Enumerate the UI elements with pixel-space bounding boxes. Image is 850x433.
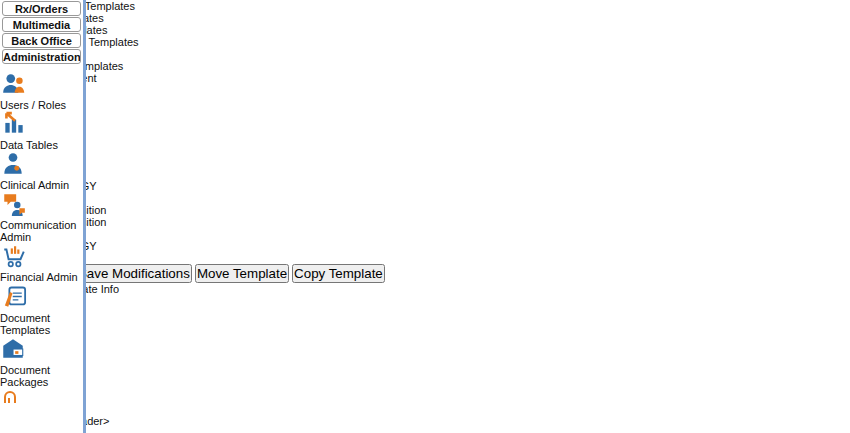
- sidebar-item-document-packages[interactable]: Document Packages: [0, 336, 83, 388]
- cell-display-name: Lab Orders: [0, 156, 850, 168]
- sidebar-item-label: Communication Admin: [0, 219, 83, 243]
- data-tables-icon: [0, 111, 83, 139]
- document-packages-icon: [0, 336, 83, 364]
- cell-disabled: no: [0, 252, 850, 264]
- sidebar-item-document-templates[interactable]: Document Templates: [0, 283, 83, 336]
- cell-template-name: Radiology Requisition: [0, 204, 850, 216]
- template-name-input[interactable]: CPL Order: [0, 307, 850, 319]
- cell-document-type: Order - text: [0, 228, 850, 240]
- tab-fax-cover-templates[interactable]: Fax Cover Templates: [0, 12, 850, 24]
- tab-mail-merge-templates[interactable]: Mail Merge Templates: [0, 24, 850, 36]
- move-template-button[interactable]: Move Template: [195, 264, 289, 283]
- communication-admin-icon: [0, 191, 83, 219]
- cell-display-name: Radiology Requisition: [0, 216, 850, 228]
- cell-template-name: Lab Orders: [0, 144, 850, 156]
- paperclip-icon: [0, 391, 83, 405]
- clinical-admin-icon: [0, 151, 83, 179]
- sidebar-item-clinical-admin[interactable]: Clinical Admin: [0, 151, 83, 191]
- sidebar-item-label: Document Templates: [0, 312, 83, 336]
- column-header-template-name[interactable]: Template Name: [0, 84, 850, 96]
- document-template-info-group: Document Template Info Template Name: CP…: [0, 283, 850, 433]
- template-list: Template Name Display Name Document Type…: [0, 84, 850, 264]
- cell-document-type: Order - text: [0, 168, 850, 180]
- display-name-label: Display Name:: [0, 355, 850, 367]
- tab-order-requisition-templates[interactable]: Order/Requisition Templates: [0, 36, 850, 48]
- table-row[interactable]: Radiology Requisition Radiology Requisit…: [0, 204, 850, 264]
- copy-template-button[interactable]: Copy Template: [292, 264, 385, 283]
- sidebar-item-label: Document Packages: [0, 364, 83, 388]
- sidebar-item-partial[interactable]: [0, 391, 83, 405]
- column-header-display-name[interactable]: Display Name: [0, 96, 850, 108]
- cell-disabled: no: [0, 192, 850, 204]
- force-header-label: Force Header:: [0, 403, 850, 415]
- sidebar-item-users-roles[interactable]: Users / Roles: [0, 71, 83, 111]
- template-name-label: Template Name:: [0, 295, 850, 307]
- sidebar-section-multimedia[interactable]: Multimedia: [2, 17, 81, 32]
- cell-tab-value: LABS/RADIOLOGY: [0, 240, 850, 252]
- sidebar-item-communication-admin[interactable]: Communication Admin: [0, 191, 83, 243]
- tab-scanned-documents[interactable]: Scanned Document: [0, 72, 850, 84]
- tab-value-label: TAB Value:: [0, 427, 850, 433]
- sidebar-section-administration[interactable]: Administration: [2, 49, 81, 64]
- save-modifications-button[interactable]: Save Modifications: [76, 264, 192, 283]
- sidebar-item-data-tables[interactable]: Data Tables: [0, 111, 83, 151]
- column-header-tab-value[interactable]: TAB Value: [0, 120, 850, 132]
- sidebar: Rx/Orders Multimedia Back Office Adminis…: [0, 0, 86, 433]
- tab-quote-templates[interactable]: Quote Templates: [0, 48, 850, 60]
- sidebar-section-rx-orders[interactable]: Rx/Orders: [2, 1, 81, 16]
- main-content: Encounter Notes Templates Fax Cover Temp…: [0, 0, 850, 433]
- force-header-select[interactable]: <Default Doc Header>: [0, 415, 850, 427]
- sidebar-item-label: Users / Roles: [0, 99, 83, 111]
- document-type-browse-button[interactable]: ...: [0, 343, 850, 355]
- tab-referral-letter-templates[interactable]: Referral Letter Templates: [0, 60, 850, 72]
- document-type-label: Document Type:: [0, 319, 850, 331]
- scan-doc-type-label: Scan Doc Type:: [0, 379, 850, 391]
- sidebar-item-label: Clinical Admin: [0, 179, 83, 191]
- document-type-input[interactable]: Lab Orders - text: [0, 331, 850, 343]
- template-list-header: Template Name Display Name Document Type…: [0, 84, 850, 144]
- cell-tab-value: LABS/RADIOLOGY: [0, 180, 850, 192]
- sidebar-section-back-office[interactable]: Back Office: [2, 33, 81, 48]
- table-row[interactable]: Lab Orders Lab Orders Order - text LABS/…: [0, 144, 850, 204]
- app-window: Rx/Orders Multimedia Back Office Adminis…: [0, 0, 850, 433]
- tab-encounter-notes-templates[interactable]: Encounter Notes Templates: [0, 0, 850, 12]
- users-icon: [0, 71, 83, 99]
- column-header-document-type[interactable]: Document Type: [0, 108, 850, 120]
- column-header-disabled[interactable]: Disabled: [0, 132, 850, 144]
- financial-admin-icon: [0, 243, 83, 271]
- sidebar-item-label: Data Tables: [0, 139, 83, 151]
- sidebar-item-financial-admin[interactable]: Financial Admin: [0, 243, 83, 283]
- sidebar-item-label: Financial Admin: [0, 271, 83, 283]
- display-name-input[interactable]: CPL Order: [0, 367, 850, 379]
- scan-doc-type-browse-button[interactable]: ...: [0, 391, 850, 403]
- document-templates-icon: [0, 283, 83, 312]
- group-title: Document Template Info: [0, 283, 850, 295]
- template-tab-bar: Encounter Notes Templates Fax Cover Temp…: [0, 0, 850, 84]
